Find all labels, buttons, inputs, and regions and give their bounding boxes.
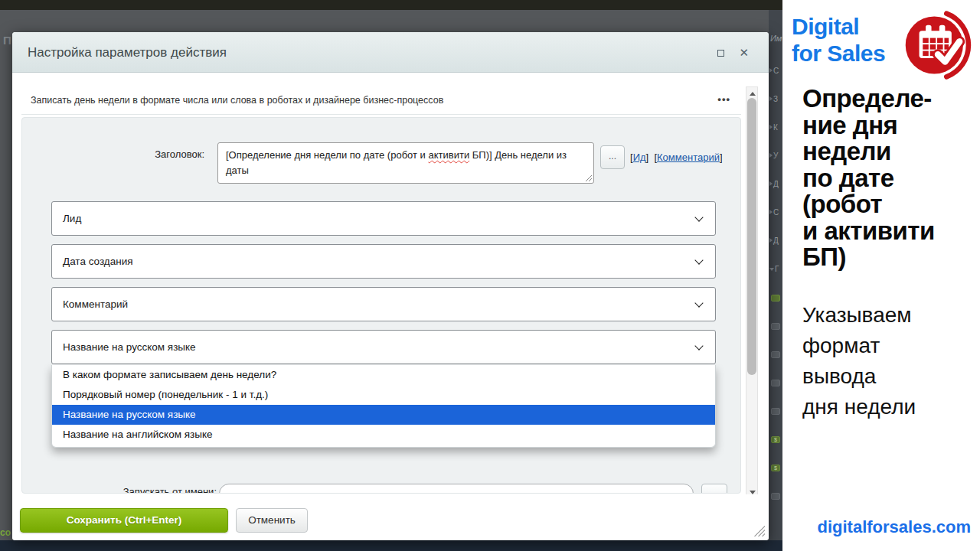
title-text-misspelled: активити [428,149,469,161]
expand-arrow-icon [769,96,773,101]
action-description: Записать день недели в формате числа или… [31,86,443,115]
expand-arrow-icon [769,181,773,186]
robot-icon [771,408,780,415]
insert-links: [Ид] [Комментарий] [630,152,723,163]
textarea-resize-grip-icon[interactable] [585,174,592,181]
tree-row: С [769,204,782,215]
tree-row: Д [769,233,782,243]
chevron-down-icon [694,298,703,307]
close-icon[interactable]: ✕ [739,46,749,60]
dropdown-option[interactable]: Название на английском языке [52,425,715,445]
target-field-select[interactable]: Комментарий [51,287,716,321]
dropdown-option[interactable]: В каком формате записываем день недели? [52,365,715,385]
background-top-strip [0,0,782,10]
tree-row: С [769,63,782,73]
money-icon: $ [771,465,780,471]
expand-arrow-icon [769,68,773,73]
chevron-down-icon [694,341,703,350]
chevron-down-icon [694,213,703,221]
title-field-label: Заголовок: [53,148,204,160]
collapse-arrow-icon [769,268,774,271]
restore-window-icon[interactable] [717,50,724,57]
save-button[interactable]: Сохранить (Ctrl+Enter) [20,508,228,533]
format-select-dropdown: В каком формате записываем день недели? … [51,365,716,448]
run-as-more-button[interactable]: ... [701,484,727,494]
parameters-panel: Заголовок: [Определение дня недели по да… [21,117,741,494]
background-column-header: Им [770,34,782,43]
dialog-resize-grip-icon[interactable] [754,526,765,536]
robot-icon [771,323,780,330]
robot-icon [771,351,780,358]
promo-heading: Определе- ние дня недели по дате (робот … [802,86,935,271]
scroll-up-icon[interactable] [750,92,756,96]
robot-icon [771,493,780,500]
action-settings-dialog: Настройка параметров действия ✕ Записать… [12,32,769,540]
format-select[interactable]: Название на русском языке [51,330,716,364]
action-menu-dots-icon[interactable]: ••• [717,86,730,113]
tree-row: Г [769,261,782,272]
tree-row: У [769,148,782,158]
id-link[interactable]: Ид [633,152,646,163]
chevron-down-icon [694,256,703,264]
tree-row: З [769,91,782,102]
action-description-bar: Записать день недели в формате числа или… [21,86,741,115]
dialog-scrollbar[interactable] [746,86,758,500]
money-icon: $ [771,436,780,443]
tree-row: К [769,119,782,130]
dialog-title: Настройка параметров действия [28,32,227,73]
background-text-fragment: co [0,527,11,538]
run-as-label: Запускать от имени: [53,486,217,494]
dialog-titlebar[interactable]: Настройка параметров действия ✕ [12,32,769,73]
robot-icon [771,380,780,386]
expand-arrow-icon [769,125,773,129]
website-url: digitalforsales.com [817,517,971,537]
title-input[interactable]: [Определение дня недели по дате (робот и… [217,142,594,184]
dialog-footer: Сохранить (Ctrl+Enter) Отменить [12,494,769,540]
entity-select[interactable]: Лид [51,201,716,236]
date-field-select[interactable]: Дата создания [51,244,716,279]
dropdown-option-selected[interactable]: Название на русском языке [52,405,715,425]
calendar-check-icon [902,9,974,81]
promo-sidebar: Digital for Sales Определе- ние дня неде… [782,0,980,551]
background-text-fragment: П [3,34,11,47]
title-text: [Определение дня недели по дате (робот и [226,149,428,161]
promo-subtext: Указываем формат вывода дня недели [802,300,916,422]
expand-arrow-icon [769,238,773,243]
cancel-button[interactable]: Отменить [236,508,308,533]
comment-link[interactable]: Комментарий [657,152,720,163]
title-more-button[interactable]: ... [600,145,625,169]
dropdown-option[interactable]: Порядковый номер (понедельник - 1 и т.д.… [52,385,715,405]
tree-row: Д [769,176,782,187]
run-as-input[interactable] [219,484,694,494]
background-variable-tree: Им С З К У Д С Д Г $ $ [769,10,782,540]
brand-logo-text: Digital for Sales [792,13,885,67]
expand-arrow-icon [769,153,773,158]
background-bottom-strip [0,540,782,551]
robot-icon [771,295,780,302]
scrollbar-thumb[interactable] [747,98,756,375]
expand-arrow-icon [769,210,773,214]
